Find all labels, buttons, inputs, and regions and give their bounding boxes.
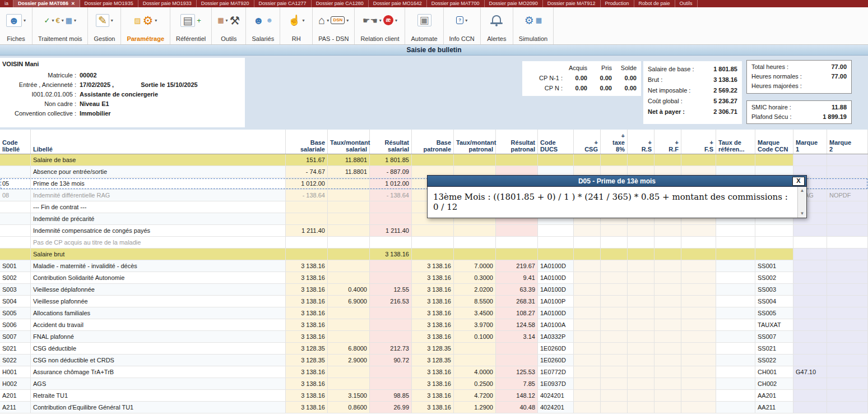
cell-csg[interactable] xyxy=(574,366,601,378)
cell-taux_p[interactable] xyxy=(454,249,496,260)
cell-res_p[interactable]: 108.27 xyxy=(496,307,538,319)
col-header-taxe8[interactable]: + taxe 8% xyxy=(601,130,628,154)
cell-code[interactable]: H001 xyxy=(0,366,31,378)
table-row[interactable]: A201Retraite TU13 138.163.150098.853 138… xyxy=(0,390,868,402)
cell-res_s[interactable]: 1 211.40 xyxy=(370,225,412,236)
cell-base_p[interactable]: 3 138.16 xyxy=(412,319,454,330)
cell-base_s[interactable]: 3 138.16 xyxy=(286,307,328,319)
ribbon-group-label[interactable]: PAS - DSN xyxy=(318,35,349,43)
cell-m2[interactable] xyxy=(827,178,868,189)
col-header-rs[interactable]: + R.S xyxy=(628,130,655,154)
cell-csg[interactable] xyxy=(574,225,601,236)
rh-dropdown-icon[interactable]: ▾ xyxy=(302,18,304,23)
cell-code[interactable]: 05 xyxy=(0,178,31,189)
calcul-dropdown-icon[interactable]: ▾ xyxy=(52,18,54,23)
cell-taxe8[interactable] xyxy=(601,225,628,236)
cell-csg[interactable] xyxy=(574,272,601,283)
my-ae-icon[interactable]: æ xyxy=(383,15,393,25)
cell-taux_ref[interactable] xyxy=(716,284,755,295)
cell-taux_s[interactable] xyxy=(328,307,370,319)
cell-base_s[interactable] xyxy=(286,249,328,260)
cell-taux_s[interactable] xyxy=(328,272,370,283)
dsn-dropdown-icon[interactable]: ▾ xyxy=(346,18,349,23)
cell-ducs[interactable]: 1A0100P xyxy=(538,296,574,307)
cell-base_s[interactable]: 3 138.16 xyxy=(286,272,328,283)
cell-taux_ref[interactable] xyxy=(716,378,755,389)
cell-taux_p[interactable]: 2.0200 xyxy=(454,284,496,295)
cell-ducs[interactable] xyxy=(538,154,574,165)
cell-res_p[interactable] xyxy=(496,154,538,165)
cell-rf[interactable] xyxy=(655,296,681,307)
cell-taxe8[interactable] xyxy=(601,319,628,330)
cell-m1[interactable] xyxy=(793,272,827,283)
cell-res_p[interactable] xyxy=(496,225,538,236)
cell-code[interactable]: 08 xyxy=(0,190,31,201)
alert-bell-icon[interactable] xyxy=(492,15,501,22)
cell-taux_ref[interactable] xyxy=(716,296,755,307)
popup-title-bar[interactable]: D05 - Prime de 13è mois X xyxy=(427,175,807,187)
ribbon-group-label[interactable]: Simulation xyxy=(519,35,547,43)
handshake-icon[interactable]: ☛☚ xyxy=(363,16,378,25)
cell-libelle[interactable]: Accident du travail xyxy=(31,319,286,330)
ribbon-group-label[interactable]: Automate xyxy=(411,35,437,43)
table-row[interactable]: S004Vieillesse plafonnée3 138.166.900021… xyxy=(0,296,868,307)
cell-res_s[interactable] xyxy=(370,272,412,283)
cell-code[interactable]: S003 xyxy=(0,284,31,295)
cell-res_s[interactable] xyxy=(370,201,412,213)
ribbon-group-label[interactable]: RH xyxy=(292,35,301,43)
cell-rs[interactable] xyxy=(628,154,655,165)
table-row[interactable]: S003Vieillesse déplafonnée3 138.160.4000… xyxy=(0,284,868,296)
cell-base_p[interactable]: 3 128.35 xyxy=(412,343,454,354)
cell-ccn[interactable]: SS001 xyxy=(755,260,793,272)
cell-ducs[interactable] xyxy=(538,225,574,236)
cell-taux_ref[interactable] xyxy=(716,272,755,283)
cell-res_s[interactable] xyxy=(370,378,412,389)
cell-taxe8[interactable] xyxy=(601,249,628,260)
cell-taux_p[interactable] xyxy=(454,154,496,165)
relation-dropdown-icon[interactable]: ▾ xyxy=(379,18,382,23)
cell-base_s[interactable]: 3 138.16 xyxy=(286,296,328,307)
cell-m2[interactable] xyxy=(827,249,868,260)
tab-close-icon[interactable]: ✕ xyxy=(71,1,75,6)
cell-csg[interactable] xyxy=(574,402,601,413)
cell-base_s[interactable]: 3 128.35 xyxy=(286,355,328,366)
cell-res_s[interactable]: 3 138.16 xyxy=(370,249,412,260)
cell-libelle[interactable]: FNAL plafonné xyxy=(31,331,286,342)
pas-dropdown-icon[interactable]: ▾ xyxy=(327,18,329,23)
cell-base_s[interactable]: 3 138.16 xyxy=(286,319,328,330)
col-header-m1[interactable]: Marque 1 xyxy=(793,130,827,154)
table-row[interactable]: Salaire de base151.6711.88011 801.85 xyxy=(0,154,868,166)
cell-libelle[interactable]: CSG non déductible et CRDS xyxy=(31,355,286,366)
cell-m1[interactable]: G47.10 xyxy=(793,366,827,378)
ribbon-group-label[interactable]: Paramétrage xyxy=(127,35,164,43)
cell-fs[interactable] xyxy=(681,378,716,389)
cell-taux_s[interactable] xyxy=(328,178,370,189)
cell-libelle[interactable]: Salaire brut xyxy=(31,249,286,260)
cell-taux_s[interactable] xyxy=(328,190,370,201)
cell-rs[interactable] xyxy=(628,355,655,366)
cell-code[interactable] xyxy=(0,249,31,260)
cell-taux_p[interactable]: 0.1000 xyxy=(454,331,496,342)
cell-taux_ref[interactable] xyxy=(716,366,755,378)
cell-taux_p[interactable]: 0.3000 xyxy=(454,272,496,283)
cell-rs[interactable] xyxy=(628,237,655,248)
cell-m1[interactable] xyxy=(793,378,827,389)
cell-taux_s[interactable]: 3.1500 xyxy=(328,390,370,401)
cell-taux_s[interactable]: 6.8000 xyxy=(328,343,370,354)
cell-ducs[interactable]: 1A0100D xyxy=(538,272,574,283)
cell-ducs[interactable]: 1E0260D xyxy=(538,343,574,354)
cell-csg[interactable] xyxy=(574,260,601,272)
cell-ducs[interactable]: 1E0260D xyxy=(538,355,574,366)
cell-m2[interactable] xyxy=(827,343,868,354)
cell-base_p[interactable]: 3 138.16 xyxy=(412,402,454,413)
tab-dossier-paie-mat700[interactable]: Dossier paie MAT700 xyxy=(427,0,485,7)
col-header-ccn[interactable]: Marque Code CCN xyxy=(755,130,793,154)
cell-base_s[interactable]: 3 138.16 xyxy=(286,331,328,342)
cell-code[interactable]: A211 xyxy=(0,402,31,413)
cell-base_p[interactable]: 3 138.16 xyxy=(412,272,454,283)
cell-fs[interactable] xyxy=(681,249,716,260)
cell-libelle[interactable]: Vieillesse déplafonnée xyxy=(31,284,286,295)
cell-m2[interactable] xyxy=(827,390,868,401)
cell-m2[interactable] xyxy=(827,355,868,366)
col-header-libelle[interactable]: Libellé xyxy=(31,130,286,154)
